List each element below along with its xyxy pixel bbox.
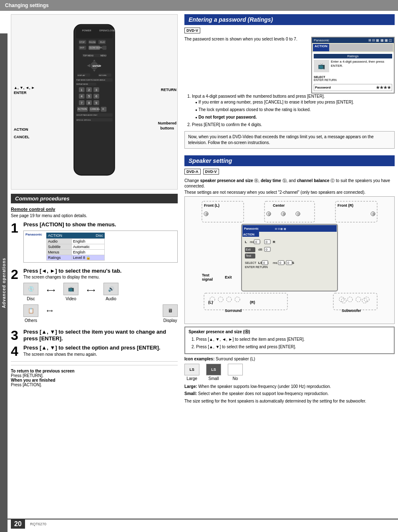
icon-small: LS Small (206, 364, 221, 381)
svg-text:ⓐ: ⓐ (205, 213, 208, 215)
svg-text:0: 0 (266, 248, 267, 251)
menu-val-audio: English (71, 238, 104, 244)
svg-text:ⓑ: ⓑ (268, 213, 271, 215)
others-icon: 📋 (23, 304, 38, 317)
display-icon: 🖥 (163, 304, 178, 317)
icon-large: LS Large (184, 364, 199, 381)
dvd-v-badge: DVD-V (184, 28, 200, 33)
svg-text:TOP MENU: TOP MENU (83, 55, 94, 57)
large-text: When the speaker supports low-frequency … (198, 384, 331, 389)
icon-examples-row: LS Large LS Small No (184, 364, 395, 381)
remote-image-area: POWER OPEN/CLOSE STOP PAUSE PLAY SKIP SL… (11, 14, 178, 190)
page-header: Changing settings (0, 0, 398, 11)
to-return: To return to the previous screen Press [… (11, 369, 178, 378)
svg-text:ENTER RETURN: ENTER RETURN (245, 266, 268, 269)
nav-icons-row: 💿 Disc ⟷ 📺 Video ⟷ 🔊 Audio (23, 283, 178, 301)
step2-desc: The screen changes to display the menu. (23, 275, 178, 279)
svg-text:PAUSE: PAUSE (89, 41, 96, 43)
svg-point-118 (364, 297, 369, 302)
svg-text:ⓐ: ⓐ (282, 213, 285, 215)
svg-text:L: L (245, 240, 247, 244)
nav-video: 📺 Video (63, 283, 78, 301)
right-column: Entering a password (Ratings) DVD-V Pana… (184, 14, 395, 404)
menu-val-ratings: Level 8 🔒 (71, 255, 104, 260)
see-page-text: See page 19 for menu and option details. (11, 213, 178, 218)
svg-point-116 (348, 297, 353, 302)
remote-svg: POWER OPEN/CLOSE STOP PAUSE PLAY SKIP SL… (62, 20, 127, 183)
menu-key-menus: Menus (47, 249, 72, 255)
speaker-steps: Press [▲, ▼, ◄, ►] to select the item an… (189, 337, 390, 350)
bullet-dont-forget: Do not forget your password. (195, 114, 395, 120)
svg-text:Surround: Surround (225, 309, 242, 313)
icon-examples-label: Icon examples: Surround speaker (L) (184, 357, 395, 361)
ps-text: Enter a 4-digit password, then press ENT… (331, 60, 392, 68)
icon-small-box: LS (206, 364, 221, 375)
svg-text:7: 7 (81, 101, 83, 104)
svg-text:Panasonic: Panasonic (244, 227, 259, 230)
step1-text: Input a 4-digit password with the number… (192, 94, 325, 99)
svg-text:1: 1 (81, 89, 83, 91)
icon-examples-sub: Surround speaker (L) (216, 357, 255, 361)
svg-text:⊞ ⊟ ▦ ▦: ⊞ ⊟ ▦ ▦ (275, 228, 286, 230)
svg-text:2: 2 (88, 89, 90, 91)
svg-text:SLOW SEARCH: SLOW SEARCH (89, 47, 104, 49)
ps-select-enter: SELECT ENTER RETURN (314, 76, 337, 81)
speaker-step2: Press [▲, ▼] to select the setting and p… (196, 344, 390, 350)
menu-screen: ACTION Disc Audio English Subtitle (46, 233, 105, 261)
svg-text:signal: signal (202, 277, 213, 281)
speaker-intro: Change speaker presence and size ⓐ, dela… (184, 178, 395, 188)
svg-text:SELECT: SELECT (245, 261, 257, 264)
ps-panasonic: Panasonic (314, 38, 329, 42)
menu-header: ACTION Disc (46, 233, 105, 238)
svg-text:R: R (273, 240, 275, 244)
svg-text:ⓐ: ⓐ (372, 213, 375, 215)
svg-text:Center: Center (273, 203, 285, 208)
ps-password-label: Password (315, 86, 331, 89)
svg-text:ACTION: ACTION (78, 108, 87, 111)
ps-stars: ★★★★ (376, 85, 391, 90)
bullet-lock-symbol: The lock symbol appears closed to show t… (195, 107, 395, 113)
step2-num: 2 (11, 268, 21, 281)
svg-rect-64 (264, 201, 315, 222)
nav-audio: 🔊 Audio (103, 283, 118, 301)
password-steps: Input a 4-digit password with the number… (184, 94, 395, 128)
common-procedures-title: Common procedures (15, 195, 70, 202)
svg-text:(R): (R) (250, 300, 255, 304)
menu-key-audio: Audio (47, 238, 72, 244)
svg-text:4: 4 (81, 95, 83, 98)
svg-text:ACTION: ACTION (243, 233, 254, 236)
svg-text:0: 0 (287, 261, 289, 264)
step2: 2 Press [◄, ►] to select the menu's tab.… (11, 268, 178, 327)
speaker-badges: DVD-A DVD-V (184, 169, 395, 176)
svg-text:POWER: POWER (82, 29, 91, 32)
svg-text:8: 8 (88, 101, 90, 104)
nav-others-label: Others (25, 318, 37, 323)
svg-text:Test: Test (202, 273, 209, 277)
video-icon: 📺 (63, 283, 78, 295)
dvd-v-badge2: DVD-V (203, 169, 219, 175)
svg-text:0: 0 (255, 241, 257, 243)
menu-table: Audio English Subtitle Automatic Menus E… (46, 238, 105, 261)
table-row: Ratings Level 8 🔒 (47, 255, 105, 260)
nav-display-label: Display (164, 318, 177, 323)
ps-action-row: ACTION (312, 43, 394, 52)
svg-text:0: 0 (280, 261, 281, 264)
menu-key-subtitle: Subtitle (47, 244, 72, 249)
nav-icons-row2: 📋 Others ⟷ 🖥 Display (23, 304, 178, 323)
small-term: Small: (184, 391, 197, 396)
arrow-others-display: ⟷ (47, 309, 154, 313)
icon-small-label: Small (208, 376, 219, 381)
left-column: POWER OPEN/CLOSE STOP PAUSE PLAY SKIP SL… (11, 14, 178, 404)
svg-text:REPEAT MODE: REPEAT MODE (76, 83, 88, 85)
ps-header: Panasonic ⊞ ⊟ ▦ ▦ ▦ ◫ (312, 38, 394, 43)
svg-text:ⓒ: ⓒ (297, 213, 300, 215)
page-footer: 20 RQT6270 (8, 519, 398, 529)
bullet-wrong-number: If you enter a wrong number, press [CANC… (195, 99, 395, 105)
entering-password-header: Entering a password (Ratings) (184, 14, 395, 25)
model-number: RQT6270 (30, 522, 46, 526)
common-procedures-header: Common procedures (11, 194, 178, 203)
common-procedures-section: Common procedures Remote control only Se… (11, 194, 178, 387)
footer-notes: To return to the previous screen Press [… (11, 365, 178, 387)
small-text: Select when the speaker does not support… (198, 391, 329, 396)
svg-text:CANCEL: CANCEL (90, 108, 100, 111)
